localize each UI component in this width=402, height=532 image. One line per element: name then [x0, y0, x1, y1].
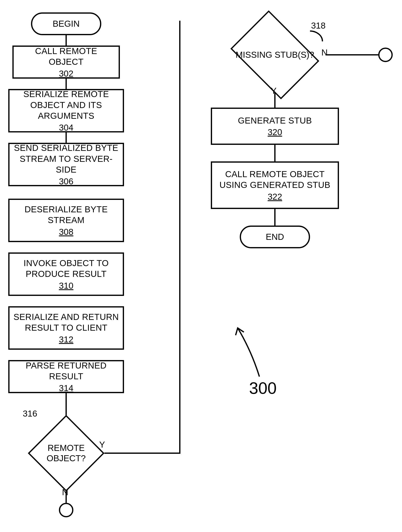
process-314-text: PARSE RETURNED RESULT [13, 360, 119, 382]
process-320-text: GENERATE STUB [238, 115, 312, 126]
process-312-ref: 312 [59, 335, 73, 345]
decision-316-ref: 316 [23, 409, 37, 419]
decision-316: REMOTE OBJECT? [28, 415, 104, 491]
process-304-text: SERIALIZE REMOTE OBJECT AND ITS ARGUMENT… [13, 89, 119, 121]
decision-318-no: N [322, 48, 328, 57]
process-306-text: SEND SERIALIZED BYTE STREAM TO SERVER-SI… [13, 143, 119, 175]
decision-318: MISSING STUB(S)? [224, 17, 326, 93]
terminator-begin-label: BEGIN [53, 19, 80, 29]
decision-318-ref: 318 [311, 21, 326, 31]
process-308-text: DESERIALIZE BYTE STREAM [13, 204, 119, 226]
process-304: SERIALIZE REMOTE OBJECT AND ITS ARGUMENT… [8, 89, 124, 133]
terminator-end-label: END [266, 232, 284, 242]
process-314-ref: 314 [59, 383, 73, 393]
process-302-text: CALL REMOTE OBJECT [17, 46, 115, 67]
figure-ref: 300 [249, 379, 277, 398]
process-314: PARSE RETURNED RESULT 314 [8, 360, 124, 393]
process-302-ref: 302 [59, 69, 73, 79]
process-308: DESERIALIZE BYTE STREAM 308 [8, 199, 124, 242]
decision-316-no: N [62, 487, 68, 497]
process-306: SEND SERIALIZED BYTE STREAM TO SERVER-SI… [8, 143, 124, 186]
process-312-text: SERIALIZE AND RETURN RESULT TO CLIENT [13, 312, 119, 333]
process-322-text: CALL REMOTE OBJECT USING GENERATED STUB [215, 169, 334, 190]
process-310: INVOKE OBJECT TO PRODUCE RESULT 310 [8, 253, 124, 296]
process-310-text: INVOKE OBJECT TO PRODUCE RESULT [13, 258, 119, 279]
terminator-begin: BEGIN [31, 13, 101, 35]
process-320: GENERATE STUB 320 [211, 108, 339, 145]
process-310-ref: 310 [59, 281, 73, 291]
process-320-ref: 320 [268, 127, 282, 137]
connector-circle-318n [378, 48, 393, 62]
process-322: CALL REMOTE OBJECT USING GENERATED STUB … [211, 161, 339, 209]
process-302: CALL REMOTE OBJECT 302 [12, 45, 120, 79]
decision-316-yes: Y [99, 440, 105, 450]
process-304-ref: 304 [59, 123, 73, 133]
terminator-end: END [240, 226, 310, 248]
process-322-ref: 322 [268, 192, 282, 202]
process-308-ref: 308 [59, 227, 73, 237]
process-306-ref: 306 [59, 177, 73, 186]
process-312: SERIALIZE AND RETURN RESULT TO CLIENT 31… [8, 306, 124, 350]
connector-circle-316n [59, 503, 73, 517]
flowchart-canvas: BEGIN CALL REMOTE OBJECT 302 SERIALIZE R… [0, 0, 402, 532]
decision-318-yes: Y [271, 86, 277, 96]
